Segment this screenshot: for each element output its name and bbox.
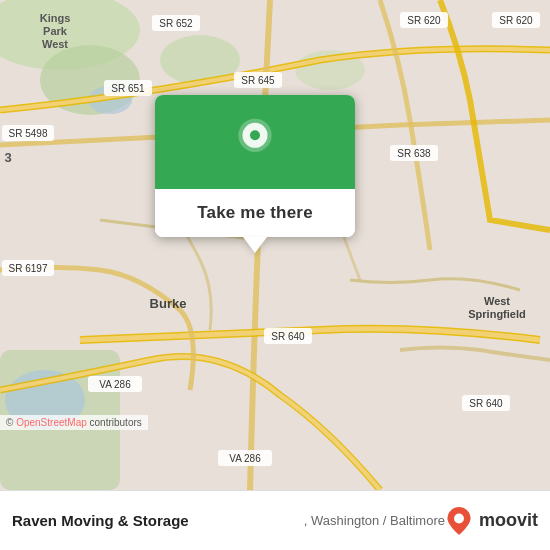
svg-text:SR 620: SR 620 [499,15,533,26]
moovit-logo: moovit [445,507,538,535]
svg-text:Park: Park [43,25,68,37]
svg-point-44 [454,513,464,523]
svg-text:VA 286: VA 286 [229,453,261,464]
moovit-pin-icon [445,507,473,535]
svg-text:Burke: Burke [150,296,187,311]
svg-text:SR 640: SR 640 [469,398,503,409]
app-subtitle: , Washington / Baltimore [304,513,445,528]
take-me-there-button[interactable]: Take me there [155,189,355,237]
app-title: Raven Moving & Storage [12,512,300,529]
svg-text:West: West [484,295,510,307]
svg-text:SR 640: SR 640 [271,331,305,342]
svg-text:SR 645: SR 645 [241,75,275,86]
svg-text:SR 638: SR 638 [397,148,431,159]
moovit-text: moovit [479,510,538,531]
map-area: SR 652 SR 620 SR 620 SR 5498 SR 651 SR 6… [0,0,550,490]
svg-text:SR 620: SR 620 [407,15,441,26]
svg-text:SR 6197: SR 6197 [9,263,48,274]
popup-tail [243,237,267,253]
svg-text:SR 652: SR 652 [159,18,193,29]
svg-text:VA 286: VA 286 [99,379,131,390]
svg-text:Kings: Kings [40,12,71,24]
bottom-bar: Raven Moving & Storage , Washington / Ba… [0,490,550,550]
svg-text:SR 5498: SR 5498 [9,128,48,139]
copyright-notice: © OpenStreetMap contributors [0,415,148,430]
svg-point-43 [250,130,260,140]
svg-text:West: West [42,38,68,50]
svg-text:3: 3 [4,150,11,165]
popup-icon-background [155,95,355,189]
osm-link[interactable]: OpenStreetMap [16,417,87,428]
copyright-symbol: © [6,417,16,428]
location-pin-icon [230,117,280,167]
location-popup: Take me there [155,95,355,237]
svg-text:SR 651: SR 651 [111,83,145,94]
contributors-text: contributors [87,417,142,428]
svg-text:Springfield: Springfield [468,308,525,320]
